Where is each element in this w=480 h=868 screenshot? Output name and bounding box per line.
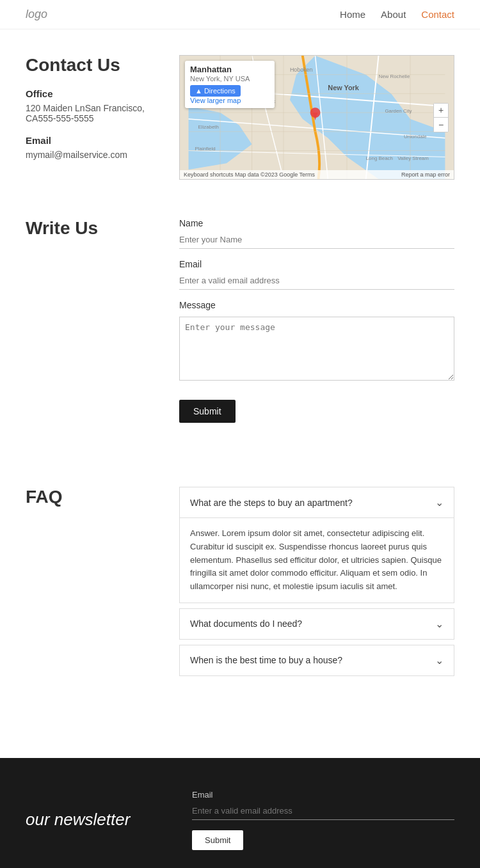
contact-info: Contact Us Office 120 Maiden LnSan Franc…: [26, 55, 154, 180]
svg-text:Hoboken: Hoboken: [290, 67, 313, 73]
directions-button[interactable]: ▲ Directions: [190, 85, 241, 97]
zoom-in-button[interactable]: +: [434, 104, 448, 118]
faq-title: FAQ: [26, 487, 154, 507]
faq-chevron-2: ⌄: [435, 654, 444, 667]
faq-label: FAQ: [26, 487, 154, 681]
map-footer: Keyboard shortcuts Map data ©2023 Google…: [180, 170, 454, 179]
newsletter-section: our newsletter Email Submit: [0, 758, 480, 868]
name-field-group: Name: [179, 218, 454, 249]
newsletter-form: Email Submit: [192, 790, 454, 850]
faq-item-2: When is the best time to buy a house? ⌄: [179, 645, 454, 676]
office-address: 120 Maiden LnSan Francisco, CA555-555-55…: [26, 103, 154, 123]
nav-contact[interactable]: Contact: [421, 9, 454, 20]
faq-question-text-2: When is the best time to buy a house?: [190, 655, 342, 665]
contact-title: Contact Us: [26, 55, 154, 75]
logo: logo: [26, 8, 47, 21]
faq-section: FAQ What are the steps to buy an apartme…: [26, 487, 454, 681]
faq-question-2[interactable]: When is the best time to buy a house? ⌄: [180, 645, 454, 675]
faq-items: What are the steps to buy an apartment? …: [179, 487, 454, 681]
svg-text:Uniondale: Uniondale: [404, 134, 427, 139]
faq-question-0[interactable]: What are the steps to buy an apartment? …: [180, 487, 454, 517]
zoom-out-button[interactable]: −: [434, 118, 448, 132]
newsletter-title: our newsletter: [26, 810, 166, 830]
message-textarea[interactable]: [179, 317, 454, 381]
faq-question-1[interactable]: What documents do I need? ⌄: [180, 609, 454, 639]
map-place-name: Manhattan: [190, 65, 269, 74]
contact-form: Name Email Message Submit: [179, 218, 454, 423]
email-value: mymail@mailservice.com: [26, 150, 154, 160]
email-field-group: Email: [179, 259, 454, 290]
message-field-group: Message: [179, 300, 454, 383]
map-links: ▲ Directions: [190, 85, 269, 97]
contact-section: Contact Us Office 120 Maiden LnSan Franc…: [26, 55, 454, 180]
map-footer-left: Keyboard shortcuts Map data ©2023 Google…: [184, 171, 315, 178]
directions-label: Directions: [204, 87, 236, 95]
write-us-label: Write Us: [26, 218, 154, 423]
nav: Home About Contact: [340, 9, 454, 20]
newsletter-submit-button[interactable]: Submit: [192, 830, 243, 850]
email-form-label: Email: [179, 259, 454, 269]
message-label: Message: [179, 300, 454, 310]
faq-outer: FAQ What are the steps to buy an apartme…: [0, 487, 480, 758]
map-info-card: Manhattan New York, NY USA ▲ Directions …: [185, 61, 275, 108]
email-label: Email: [26, 135, 154, 146]
map-footer-right: Report a map error: [401, 171, 450, 178]
write-us-title: Write Us: [26, 218, 154, 239]
newsletter-email-label: Email: [192, 790, 454, 800]
newsletter-email-input[interactable]: [192, 802, 454, 820]
directions-icon: ▲: [195, 87, 202, 95]
map-place-sub: New York, NY USA: [190, 75, 269, 83]
nav-about[interactable]: About: [381, 9, 406, 20]
email-input[interactable]: [179, 272, 454, 290]
nav-home[interactable]: Home: [340, 9, 365, 20]
map-zoom-controls: + −: [433, 103, 449, 132]
svg-text:Garden City: Garden City: [385, 108, 412, 114]
form-submit-button[interactable]: Submit: [179, 400, 236, 423]
write-us-section: Write Us Name Email Message Submit: [26, 218, 454, 423]
faq-item-1: What documents do I need? ⌄: [179, 608, 454, 640]
svg-text:New Rochelle: New Rochelle: [379, 74, 410, 79]
header: logo Home About Contact: [0, 0, 480, 29]
newsletter-email-group: Email: [192, 790, 454, 820]
office-label: Office: [26, 88, 154, 99]
svg-text:New York: New York: [328, 84, 360, 91]
faq-question-text-1: What documents do I need?: [190, 619, 302, 629]
svg-text:Elizabeth: Elizabeth: [198, 124, 219, 130]
faq-chevron-0: ⌄: [435, 496, 444, 509]
map-container: Bloomfield Livingston Hoboken New York N…: [179, 55, 454, 180]
faq-chevron-1: ⌄: [435, 618, 444, 630]
faq-item-0: What are the steps to buy an apartment? …: [179, 487, 454, 603]
name-input[interactable]: [179, 231, 454, 249]
view-larger-link[interactable]: View larger map: [190, 97, 241, 104]
svg-text:Long Beach: Long Beach: [366, 155, 393, 161]
faq-answer-0: Answer. Lorem ipsum dolor sit amet, cons…: [180, 517, 454, 603]
main-content: Contact Us Office 120 Maiden LnSan Franc…: [0, 29, 480, 487]
svg-text:Valley Stream: Valley Stream: [397, 155, 429, 161]
svg-text:Plainfield: Plainfield: [195, 146, 215, 152]
faq-question-text-0: What are the steps to buy an apartment?: [190, 498, 353, 508]
name-label: Name: [179, 218, 454, 228]
